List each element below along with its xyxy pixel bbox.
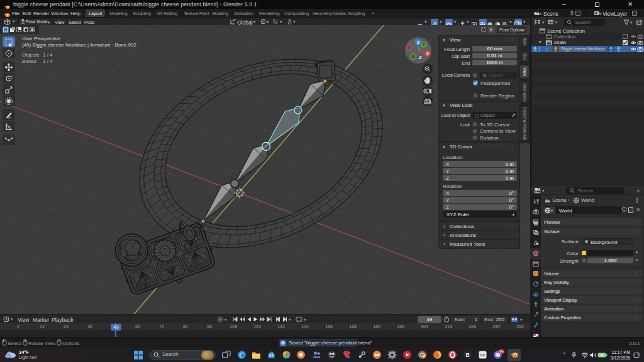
- svg-text:B: B: [465, 352, 469, 358]
- svg-text:CC: CC: [480, 353, 486, 357]
- svg-text:Z: Z: [417, 40, 420, 45]
